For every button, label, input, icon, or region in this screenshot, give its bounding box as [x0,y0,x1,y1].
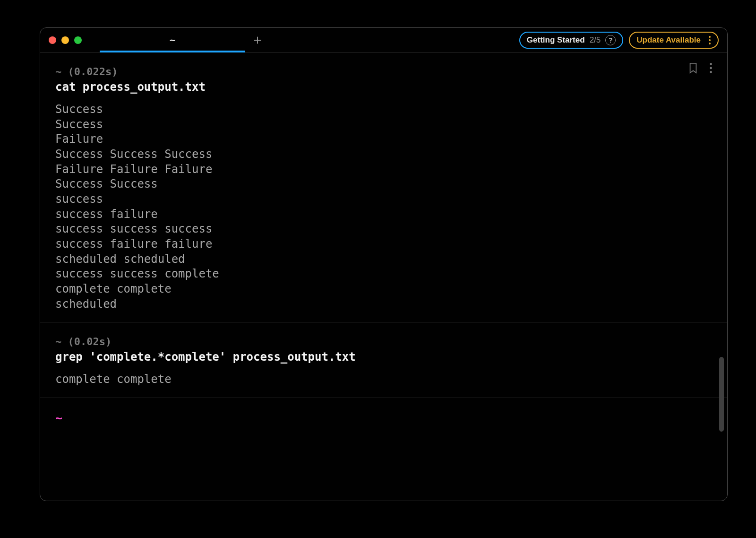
update-available-pill[interactable]: Update Available [629,32,719,49]
block-command: grep 'complete.*complete' process_output… [55,350,712,364]
terminal-window: ~ Getting Started 2/5 ? Update Available [40,27,728,501]
block-output: complete complete [55,372,712,387]
svg-point-3 [710,63,712,65]
prompt-indicator: ~ [55,411,62,425]
titlebar-right: Getting Started 2/5 ? Update Available [519,32,727,49]
block-actions [688,62,712,74]
tab-home[interactable]: ~ [100,28,245,52]
command-block[interactable]: ~ (0.022s) cat process_output.txt Succes… [40,52,727,322]
svg-point-4 [710,67,712,69]
tab-strip: ~ [100,28,270,52]
new-tab-button[interactable] [245,35,270,45]
svg-point-2 [709,43,711,44]
getting-started-label: Getting Started [527,35,585,45]
block-menu-button[interactable] [710,63,712,73]
kebab-icon [709,36,711,44]
window-controls [40,36,82,44]
block-meta: ~ (0.022s) [55,66,712,78]
tab-title: ~ [170,35,176,46]
svg-point-5 [710,71,712,73]
command-block[interactable]: ~ (0.02s) grep 'complete.*complete' proc… [40,322,727,398]
scrollbar-thumb[interactable] [719,357,724,432]
bookmark-icon [688,62,698,74]
getting-started-count: 2/5 [590,35,601,45]
prompt-block[interactable]: ~ [40,398,727,438]
terminal-content: ~ (0.022s) cat process_output.txt Succes… [40,52,727,501]
help-icon: ? [605,35,616,45]
titlebar: ~ Getting Started 2/5 ? Update Available [40,28,727,52]
getting-started-pill[interactable]: Getting Started 2/5 ? [519,32,623,49]
svg-point-0 [709,36,711,38]
block-output: Success Success Failure Success Success … [55,102,712,312]
update-menu-button[interactable] [705,36,714,44]
minimize-window-button[interactable] [61,36,69,44]
plus-icon [253,35,262,45]
kebab-icon [710,63,712,73]
bookmark-button[interactable] [688,62,698,74]
svg-point-1 [709,39,711,41]
update-available-label: Update Available [636,35,701,45]
close-window-button[interactable] [49,36,56,44]
maximize-window-button[interactable] [74,36,82,44]
block-command: cat process_output.txt [55,80,712,94]
block-meta: ~ (0.02s) [55,336,712,347]
